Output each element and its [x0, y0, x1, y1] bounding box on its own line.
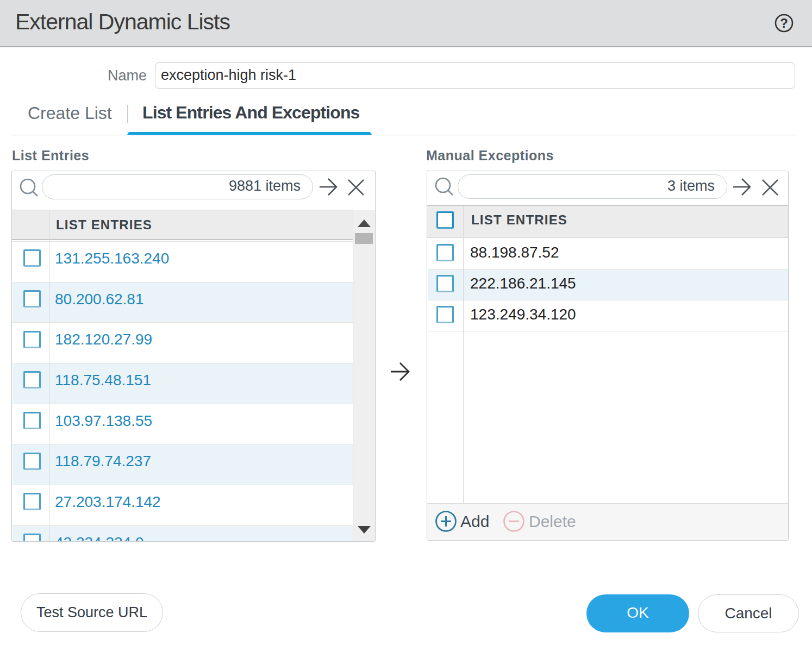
- svg-text:?: ?: [780, 16, 788, 30]
